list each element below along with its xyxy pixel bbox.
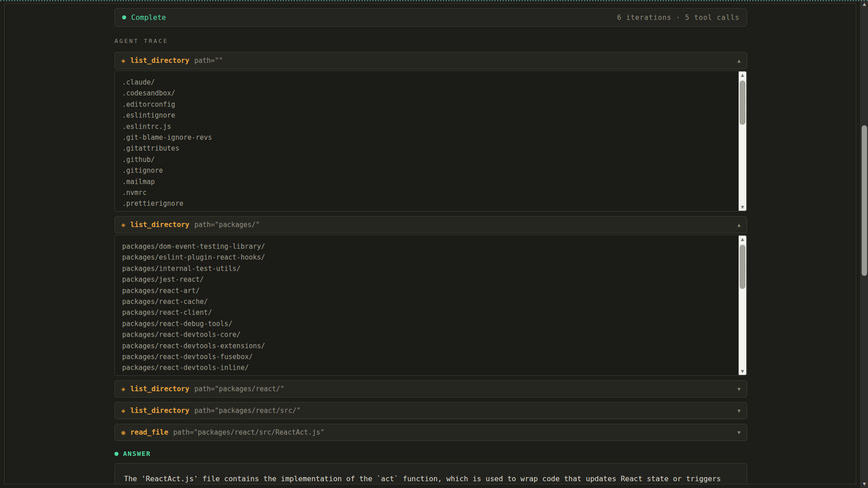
tool-args: path="packages/react/src/ReactAct.js": [173, 428, 324, 436]
tool-call-header[interactable]: ◈ list_directory path="packages/react/" …: [114, 380, 747, 398]
output-line: packages/react-cache/: [122, 296, 730, 307]
panel-scrollbar-thumb[interactable]: [740, 245, 745, 289]
scroll-down-arrow-icon[interactable]: ▼: [861, 481, 868, 487]
tool-args: path="": [194, 57, 223, 65]
tool-call-header[interactable]: ◉ read_file path="packages/react/src/Rea…: [114, 424, 747, 441]
tool-output-lines: packages/dom-event-testing-library/packa…: [115, 235, 747, 375]
status-bar: Complete 6 iterations · 5 tool calls: [114, 8, 747, 27]
output-line: packages/react-devtools-shared/: [122, 374, 730, 375]
panel-scroll-down-arrow-icon[interactable]: ▼: [739, 204, 746, 210]
answer-box: The 'ReactAct.js' file contains the impl…: [114, 463, 747, 484]
output-line: .mailmap: [122, 176, 730, 187]
tool-args: path="packages/react/src/": [194, 407, 301, 415]
panel-scroll-up-arrow-icon[interactable]: ▲: [739, 236, 746, 242]
output-line: .prettierignore: [122, 198, 730, 209]
output-line: packages/dom-event-testing-library/: [122, 241, 730, 252]
output-line: packages/react-art/: [122, 285, 730, 296]
tool-args: path="packages/react/": [194, 385, 285, 393]
diamond-tool-icon: ◈: [121, 386, 125, 393]
output-line: .gitattributes: [122, 143, 730, 154]
tool-call-section: ◈ list_directory path="packages/" ▲ pack…: [114, 216, 747, 376]
output-line: packages/react-client/: [122, 307, 730, 318]
status-complete-dot-icon: [122, 15, 126, 19]
tool-call-header[interactable]: ◈ list_directory path="packages/react/sr…: [114, 402, 747, 419]
output-line: packages/jest-react/: [122, 274, 730, 285]
trace-heading: AGENT TRACE: [114, 38, 747, 44]
output-line: .eslintignore: [122, 110, 730, 121]
tool-call-list: ◈ list_directory path="" ▲ .claude/.code…: [114, 52, 747, 441]
output-line: packages/react-devtools-core/: [122, 329, 730, 340]
page-frame: Complete 6 iterations · 5 tool calls AGE…: [4, 3, 856, 484]
tool-call-section: ◈ list_directory path="" ▲ .claude/.code…: [114, 52, 747, 212]
output-line: packages/internal-test-utils/: [122, 263, 730, 274]
status-label: Complete: [131, 13, 166, 22]
output-line: packages/react-devtools-inline/: [122, 362, 730, 373]
output-line: packages/eslint-plugin-react-hooks/: [122, 252, 730, 263]
diamond-tool-icon: ◈: [121, 57, 125, 64]
answer-dot-icon: [114, 452, 119, 456]
status-left: Complete: [122, 13, 166, 22]
expand-collapse-arrow-icon[interactable]: ▲: [737, 58, 740, 64]
expand-collapse-arrow-icon[interactable]: ▼: [737, 430, 740, 436]
output-line: .codesandbox/: [122, 88, 730, 99]
output-line: packages/react-devtools-fusebox/: [122, 351, 730, 362]
tool-name: list_directory: [130, 57, 190, 65]
diamond-tool-icon: ◈: [121, 222, 125, 228]
tool-name: list_directory: [130, 221, 190, 229]
answer-text: The 'ReactAct.js' file contains the impl…: [124, 473, 738, 484]
expand-collapse-arrow-icon[interactable]: ▼: [737, 386, 740, 392]
expand-collapse-arrow-icon[interactable]: ▲: [737, 222, 740, 228]
output-line: .editorconfig: [122, 99, 730, 110]
tool-output-panel: .claude/.codesandbox/.editorconfig.eslin…: [114, 71, 747, 212]
panel-scrollbar[interactable]: ▲ ▼: [739, 236, 746, 375]
tool-args: path="packages/": [194, 221, 260, 229]
diamond-tool-icon: ◈: [121, 407, 125, 414]
tool-name: list_directory: [130, 385, 190, 393]
status-meta: 6 iterations · 5 tool calls: [617, 14, 740, 22]
tool-call-section: ◈ list_directory path="packages/react/sr…: [114, 402, 747, 419]
tool-output-panel: packages/dom-event-testing-library/packa…: [114, 235, 747, 376]
tool-name: read_file: [130, 428, 168, 436]
output-line: .nvmrc: [122, 187, 730, 198]
panel-scroll-up-arrow-icon[interactable]: ▲: [739, 72, 746, 78]
output-line: .claude/: [122, 77, 730, 88]
tool-call-header[interactable]: ◈ list_directory path="packages/" ▲: [114, 216, 747, 233]
output-line: .eslintrc.js: [122, 121, 730, 132]
scroll-up-arrow-icon[interactable]: ▲: [861, 1, 868, 7]
tool-name: list_directory: [130, 407, 190, 415]
output-line: .github/: [122, 154, 730, 165]
main-scrollbar[interactable]: ▲ ▼: [860, 0, 868, 488]
output-line: .git-blame-ignore-revs: [122, 132, 730, 143]
tool-call-section: ◈ list_directory path="packages/react/" …: [114, 380, 747, 398]
output-line: packages/react-devtools-extensions/: [122, 341, 730, 351]
panel-scroll-down-arrow-icon[interactable]: ▼: [739, 368, 746, 374]
panel-scrollbar-thumb[interactable]: [740, 81, 745, 125]
main-scrollbar-thumb[interactable]: [862, 125, 867, 276]
tool-output-lines: .claude/.codesandbox/.editorconfig.eslin…: [115, 71, 747, 211]
panel-scrollbar[interactable]: ▲ ▼: [739, 71, 746, 211]
output-line: packages/react-debug-tools/: [122, 318, 730, 329]
answer-heading: ANSWER: [114, 450, 747, 457]
output-line: .gitignore: [122, 165, 730, 176]
content-column: Complete 6 iterations · 5 tool calls AGE…: [114, 4, 747, 484]
top-dotted-border: [0, 0, 868, 1]
output-line: .prettierrc.js: [122, 209, 730, 211]
tool-call-header[interactable]: ◈ list_directory path="" ▲: [114, 52, 747, 69]
fisheye-tool-icon: ◉: [121, 429, 125, 436]
tool-call-section: ◉ read_file path="packages/react/src/Rea…: [114, 424, 747, 441]
expand-collapse-arrow-icon[interactable]: ▼: [737, 408, 740, 414]
answer-heading-label: ANSWER: [123, 450, 151, 457]
